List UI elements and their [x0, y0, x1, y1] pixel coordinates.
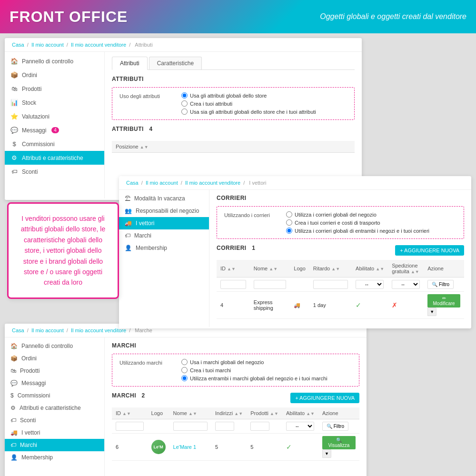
- filter-ritardo-c[interactable]: [313, 280, 348, 289]
- dropdown-arrow-m[interactable]: ▼: [322, 449, 331, 458]
- vettori-icon: 🚚: [125, 220, 132, 227]
- breadcrumb-account-top[interactable]: Il mio account: [31, 42, 64, 48]
- corrieri-table-title: CORRIERI 1: [217, 245, 255, 251]
- row-prodotti-m: 5: [247, 434, 282, 461]
- col-logo-m: Logo: [148, 407, 169, 419]
- breadcrumb-account-mid[interactable]: Il mio account: [146, 180, 178, 186]
- filter-nome-c[interactable]: [254, 280, 286, 289]
- tab-attributi[interactable]: Attributi: [112, 57, 148, 70]
- breadcrumb-casa-top[interactable]: Casa: [12, 42, 24, 48]
- radio-global[interactable]: Usa gli attributi globali dello store: [181, 92, 316, 99]
- marchi-radio-create[interactable]: Crea i tuoi marchi: [181, 367, 327, 373]
- page-header: FRONT OFFICE Oggetti globali e oggetti c…: [0, 0, 476, 33]
- attributes-bot-icon: ⚙: [10, 405, 16, 411]
- sidebar-item-messages[interactable]: 💬 Messaggi 4: [5, 123, 104, 137]
- filter-btn-c[interactable]: 🔍 Filtro: [427, 280, 454, 289]
- filter-btn-m[interactable]: 🔍 Filtro: [322, 422, 348, 431]
- marchi-mid-icon: 🏷: [125, 232, 130, 239]
- vettori-bot-icon: 🚚: [10, 429, 18, 436]
- sidebar-item-dashboard[interactable]: 🏠 Pannello di controllo: [5, 54, 104, 68]
- col-id-c: ID ▲▼: [217, 260, 250, 278]
- marchi-radio-create-input[interactable]: [181, 367, 188, 373]
- sidebar-commissions-bot[interactable]: $ Commissioni: [5, 389, 104, 402]
- breadcrumb-account-bot[interactable]: Il mio account: [31, 327, 64, 333]
- sidebar-item-attributes[interactable]: ⚙ Attributi e caratteristiche: [5, 151, 104, 165]
- sidebar-vettori-bot[interactable]: 🚚 I vettori: [5, 426, 104, 439]
- sidebar-discounts-bot[interactable]: 🏷 Sconti: [5, 414, 104, 426]
- breadcrumb-casa-mid[interactable]: Casa: [126, 180, 139, 186]
- corrieri-radio-group: Utilizza i corrieri globali del negozio …: [286, 211, 429, 234]
- marchi-radio-global[interactable]: Usa i marchi globali del negozio: [181, 359, 327, 365]
- marchi-radio-group: Usa i marchi globali del negozio Crea i …: [181, 359, 327, 381]
- col-azione-c: Azione: [424, 260, 464, 278]
- sidebar-item-stock[interactable]: 📊 Stock: [5, 96, 104, 109]
- breadcrumb-vendor-top[interactable]: Il mio account venditore: [71, 42, 126, 48]
- sidebar-marchi-mid[interactable]: 🏷 Marchi: [119, 229, 209, 242]
- sidebar-label-discounts-bot: Sconti: [20, 417, 36, 424]
- sidebar-orders-bot[interactable]: 📦 Ordini: [5, 352, 104, 365]
- breadcrumb-current-mid: I vettori: [249, 180, 266, 186]
- sidebar-membership-mid[interactable]: 👤 Membership: [119, 242, 209, 254]
- sidebar-vacanza[interactable]: ⛱ Modalità In vacanza: [119, 192, 209, 205]
- sidebar-item-discounts[interactable]: 🏷 Sconti: [5, 165, 104, 178]
- sidebar-label-vettori: I vettori: [136, 220, 154, 227]
- sidebar-membership-bot[interactable]: 👤 Membership: [5, 451, 104, 464]
- filter-id-c[interactable]: [220, 280, 246, 289]
- sidebar-label-orders: Ordini: [22, 72, 37, 79]
- corrieri-radio-create[interactable]: Crea i tuoi corrieri e costi di trasport…: [286, 219, 429, 226]
- add-marchio-button[interactable]: + AGGIUNGERE NUOVA: [290, 393, 359, 403]
- sidebar-item-orders[interactable]: 📦 Ordini: [5, 68, 104, 82]
- sidebar-dashboard-bot[interactable]: 🏠 Pannello di controllo: [5, 340, 104, 352]
- marchi-radio-both-input[interactable]: [181, 375, 188, 381]
- filter-id-m[interactable]: [116, 422, 144, 431]
- vacanza-icon: ⛱: [125, 195, 130, 202]
- sidebar-marchi-bot[interactable]: 🏷 Marchi: [5, 439, 104, 451]
- sidebar-item-products[interactable]: 🛍 Prodotti: [5, 82, 104, 96]
- header-title: FRONT OFFICE: [10, 8, 128, 26]
- breadcrumb-vendor-mid[interactable]: Il mio account venditore: [185, 180, 240, 186]
- modify-btn-c[interactable]: ✏ Modificare: [427, 294, 460, 307]
- orders-bot-icon: 📦: [10, 355, 18, 362]
- radio-both-input[interactable]: [181, 109, 188, 115]
- radio-both[interactable]: Usa sia gli attributi globali dello stor…: [181, 109, 316, 115]
- sidebar-attributes-bot[interactable]: ⚙ Attributi e caratteristiche: [5, 402, 104, 414]
- filter-abilitato-c[interactable]: --: [356, 280, 384, 289]
- breadcrumb-vendor-bot[interactable]: Il mio account venditore: [71, 327, 126, 333]
- marchi-radio-global-input[interactable]: [181, 359, 188, 365]
- messages-badge: 4: [51, 127, 59, 133]
- corrieri-radio-global-input[interactable]: [286, 211, 292, 218]
- corrieri-radio-both-input[interactable]: [286, 228, 292, 234]
- radio-create-input[interactable]: [181, 100, 188, 107]
- sidebar-vettori[interactable]: 🚚 I vettori: [119, 217, 209, 229]
- radio-global-input[interactable]: [181, 92, 188, 99]
- marchi-radio-both[interactable]: Utilizza entrambi i marchi globali del n…: [181, 375, 327, 381]
- sidebar-responsabili[interactable]: 👥 Responsabili del negozio: [119, 205, 209, 217]
- membership-bot-icon: 👤: [10, 454, 18, 461]
- filter-abilitato-m[interactable]: --: [286, 422, 314, 431]
- radio-create[interactable]: Crea i tuoi attributi: [181, 100, 316, 107]
- dropdown-arrow-c[interactable]: ▼: [427, 307, 436, 316]
- sidebar-item-reviews[interactable]: ⭐ Valutazioni: [5, 109, 104, 123]
- sidebar-messages-bot[interactable]: 💬 Messaggi: [5, 377, 104, 389]
- corrieri-radio-both[interactable]: Utilizza i corrieri globali di entrambi …: [286, 228, 429, 234]
- corrieri-radio-global[interactable]: Utilizza i corrieri globali del negozio: [286, 211, 429, 218]
- col-prodotti-m: Prodotti ▲▼: [247, 407, 282, 419]
- tab-caratteristiche[interactable]: Caratteristiche: [149, 57, 202, 69]
- breadcrumb-casa-bot[interactable]: Casa: [12, 327, 24, 333]
- filter-indirizzi-m[interactable]: [215, 422, 234, 431]
- corrieri-radio-create-input[interactable]: [286, 219, 292, 226]
- filter-nome-m[interactable]: [173, 422, 208, 431]
- sidebar-item-commissions[interactable]: $ Commissioni: [5, 137, 104, 151]
- discounts-icon: 🏷: [10, 168, 18, 175]
- membership-mid-icon: 👤: [125, 245, 132, 251]
- marchi-radio-create-label: Crea i tuoi marchi: [190, 367, 231, 373]
- stock-icon: 📊: [10, 99, 18, 106]
- add-corriere-button[interactable]: + AGGIUNGERE NUOVA: [395, 245, 464, 256]
- sidebar-label-vacanza: Modalità In vacanza: [134, 195, 185, 202]
- sidebar-products-bot[interactable]: 🛍 Prodotti: [5, 365, 104, 377]
- visualize-btn-m[interactable]: 🔍 Visualizza: [322, 436, 356, 449]
- sort-posizione: ▲▼: [140, 145, 149, 149]
- filter-spedizione-c[interactable]: --: [392, 280, 420, 289]
- filter-prodotti-m[interactable]: [250, 422, 269, 431]
- sidebar-label-commissions-bot: Commissioni: [18, 392, 50, 399]
